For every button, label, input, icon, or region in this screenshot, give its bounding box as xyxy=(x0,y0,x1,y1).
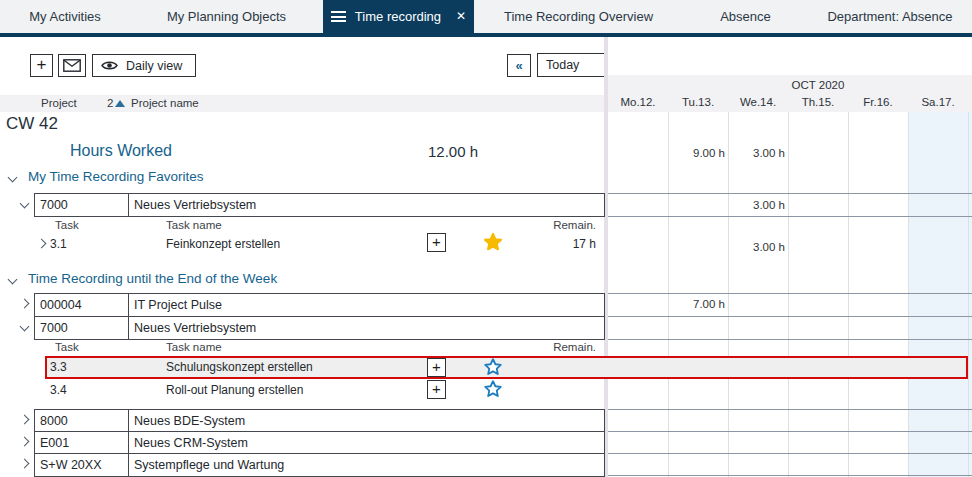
plus-icon: + xyxy=(432,234,441,249)
project-name-cell[interactable]: Neues CRM-System xyxy=(128,431,605,455)
collapse-project-icon[interactable] xyxy=(20,199,30,209)
task-name: Feinkonzept erstellen xyxy=(166,237,280,252)
add-time-entry-button[interactable]: + xyxy=(427,233,446,252)
add-time-entry-button[interactable]: + xyxy=(427,358,446,377)
day-header-tu: Tu.13. xyxy=(668,95,728,110)
project-name-cell[interactable]: Neues Vertriebsystem xyxy=(128,316,605,340)
grid-line-horizontal xyxy=(608,193,972,194)
expand-project-icon[interactable] xyxy=(20,299,30,309)
month-label: OCT 2020 xyxy=(792,79,845,91)
remaining-column-header: Remain. xyxy=(540,219,596,231)
expand-project-icon[interactable] xyxy=(20,415,30,425)
previous-button[interactable]: « xyxy=(507,54,531,77)
tab-my-activities[interactable]: My Activities xyxy=(0,0,130,33)
hours-worked-wednesday: 3.00 h xyxy=(728,146,785,160)
add-button[interactable]: + xyxy=(30,54,53,77)
grid-line-horizontal xyxy=(608,316,972,317)
day-header-th: Th.15. xyxy=(788,95,848,110)
calendar-week-label: CW 42 xyxy=(6,114,58,134)
grid-line-horizontal xyxy=(608,339,972,340)
collapse-section-icon[interactable] xyxy=(8,173,18,183)
total-hours-value: 12.00 h xyxy=(400,143,478,160)
column-header-project[interactable]: Project xyxy=(41,97,77,109)
project-hours-tuesday: 7.00 h xyxy=(668,297,725,311)
project-code-cell[interactable]: 000004 xyxy=(34,293,129,317)
previous-icon: « xyxy=(515,58,522,73)
today-button[interactable]: Today xyxy=(537,53,608,77)
envelope-icon xyxy=(63,59,81,72)
tab-my-planning-objects[interactable]: My Planning Objects xyxy=(130,0,323,33)
close-icon[interactable]: ✕ xyxy=(456,0,466,33)
collapse-section-icon[interactable] xyxy=(8,275,18,285)
project-name-cell[interactable]: Neues BDE-System xyxy=(128,409,605,433)
favorite-star-outline-icon[interactable] xyxy=(482,356,504,378)
day-header-mo: Mo.12. xyxy=(608,95,668,110)
mail-button[interactable] xyxy=(58,54,86,77)
task-name-column-header: Task name xyxy=(166,341,222,353)
project-code-cell[interactable]: S+W 20XX xyxy=(34,453,129,477)
grid-line-horizontal xyxy=(608,409,972,410)
expand-task-icon[interactable] xyxy=(37,239,47,249)
favorite-star-outline-icon[interactable] xyxy=(482,378,504,400)
favorites-section-title: My Time Recording Favorites xyxy=(28,169,204,184)
project-code-cell[interactable]: 8000 xyxy=(34,409,129,433)
plus-icon: + xyxy=(37,56,47,73)
project-code-cell[interactable]: 7000 xyxy=(34,193,129,217)
weekend-column-background xyxy=(908,112,968,477)
sort-ascending-icon xyxy=(115,100,125,107)
collapse-project-icon[interactable] xyxy=(20,322,30,332)
tab-time-recording[interactable]: Time recording ✕ xyxy=(323,0,474,33)
task-name: Schulungskonzept erstellen xyxy=(166,360,313,375)
plus-icon: + xyxy=(432,359,441,374)
plus-icon: + xyxy=(432,381,441,396)
project-code-cell[interactable]: E001 xyxy=(34,431,129,455)
grid-line-horizontal xyxy=(608,293,972,294)
task-id: 3.3 xyxy=(50,360,67,375)
grid-line-horizontal xyxy=(608,216,972,217)
task-hours-wednesday: 3.00 h xyxy=(728,240,785,254)
grid-line-vertical xyxy=(968,112,969,477)
add-time-entry-button[interactable]: + xyxy=(427,380,446,399)
grid-line-horizontal xyxy=(608,453,972,454)
task-name-column-header: Task name xyxy=(166,219,222,231)
sort-order-number: 2 xyxy=(107,97,113,109)
grid-line-horizontal xyxy=(608,431,972,432)
grid-line-horizontal xyxy=(608,475,972,476)
hamburger-menu-icon[interactable] xyxy=(331,9,346,25)
grid-line-vertical xyxy=(728,112,729,477)
project-hours-wednesday: 3.00 h xyxy=(728,198,785,212)
project-name-cell[interactable]: Neues Vertriebsystem xyxy=(128,193,605,217)
favorite-star-filled-icon[interactable] xyxy=(482,231,504,253)
remaining-hours-value: 17 h xyxy=(540,237,596,251)
grid-line-vertical xyxy=(668,112,669,477)
hours-worked-label: Hours Worked xyxy=(70,142,172,160)
day-header-fr: Fr.16. xyxy=(848,95,908,110)
expand-project-icon[interactable] xyxy=(20,437,30,447)
tab-time-recording-label: Time recording xyxy=(355,0,441,33)
tab-department-absence[interactable]: Department: Absence xyxy=(808,0,972,33)
remaining-column-header: Remain. xyxy=(540,341,596,353)
eye-icon xyxy=(101,60,118,71)
hours-worked-tuesday: 9.00 h xyxy=(668,146,725,160)
column-header-project-name[interactable]: Project name xyxy=(131,97,199,109)
table-header-background xyxy=(0,95,604,112)
tab-absence[interactable]: Absence xyxy=(683,0,808,33)
tab-time-recording-overview[interactable]: Time Recording Overview xyxy=(474,0,683,33)
task-id: 3.1 xyxy=(50,237,67,252)
day-header-sa: Sa.17. xyxy=(908,95,968,110)
task-column-header: Task xyxy=(55,219,79,231)
project-name-cell[interactable]: IT Project Pulse xyxy=(128,293,605,317)
grid-line-vertical xyxy=(848,112,849,477)
grid-line-vertical xyxy=(788,112,789,477)
task-id: 3.4 xyxy=(50,383,67,398)
tab-bar: My Activities My Planning Objects Time r… xyxy=(0,0,972,33)
project-name-cell[interactable]: Systempflege und Wartung xyxy=(128,453,605,477)
project-code-cell[interactable]: 7000 xyxy=(34,316,129,340)
expand-project-icon[interactable] xyxy=(20,459,30,469)
daily-view-label: Daily view xyxy=(126,59,182,73)
until-end-of-week-section-title: Time Recording until the End of the Week xyxy=(28,271,277,286)
daily-view-button[interactable]: Daily view xyxy=(92,54,196,77)
sort-indicator[interactable]: 2 xyxy=(107,97,125,109)
task-name: Roll-out Planung erstellen xyxy=(166,383,303,398)
active-tab-underline xyxy=(0,33,972,37)
